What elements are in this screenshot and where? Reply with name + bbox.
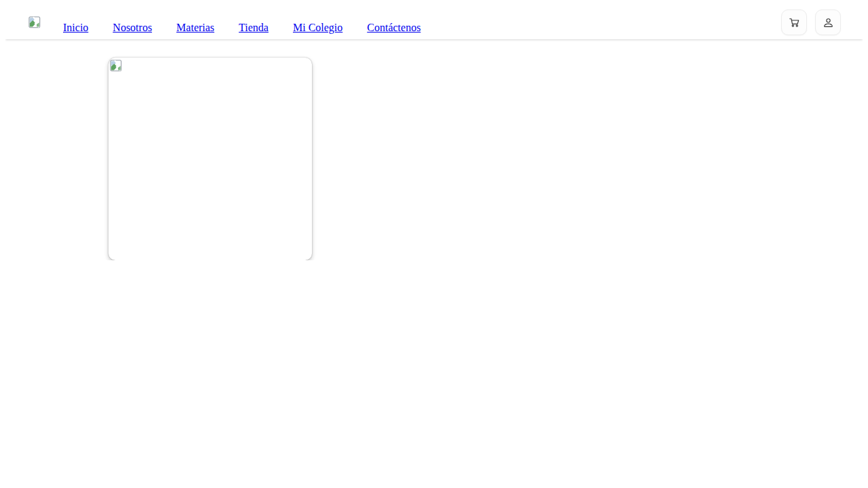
nav-link-mi-colegio[interactable]: Mi Colegio	[293, 22, 342, 34]
site-logo-broken-image-icon	[28, 16, 41, 28]
cart-icon	[789, 17, 800, 28]
nav-link-tienda[interactable]: Tienda	[239, 22, 269, 34]
account-button[interactable]	[815, 9, 841, 35]
nav-link-nosotros[interactable]: Nosotros	[113, 22, 152, 34]
user-icon	[823, 17, 834, 28]
broken-image-icon	[110, 60, 122, 72]
main-nav: Inicio Nosotros Materias Tienda Mi Coleg…	[63, 22, 420, 34]
main-content	[5, 58, 863, 260]
product-card-broken-image	[108, 58, 312, 260]
nav-link-contactenos[interactable]: Contáctenos	[367, 22, 420, 34]
nav-link-materias[interactable]: Materias	[176, 22, 214, 34]
header-actions	[781, 9, 841, 35]
cart-button[interactable]	[781, 9, 807, 35]
site-header: Inicio Nosotros Materias Tienda Mi Coleg…	[5, 5, 863, 39]
nav-link-inicio[interactable]: Inicio	[63, 22, 88, 34]
broken-image-icon	[28, 16, 41, 28]
